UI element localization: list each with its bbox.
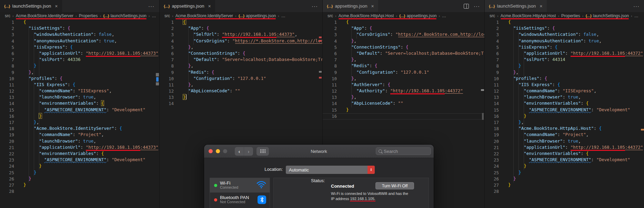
scrollbar-decoration[interactable]: [319, 40, 322, 42]
code-line: }: [0, 170, 159, 176]
code-token: ,: [112, 32, 114, 37]
split-editor-icon[interactable]: [464, 4, 469, 9]
code-token: :: [62, 25, 68, 31]
code-token: :: [591, 107, 596, 112]
dropdown-stepper-icon: ▲▼: [368, 166, 375, 174]
code-line: "ASPNETCORE_ENVIRONMENT": "Development": [485, 157, 644, 163]
code-token: {: [101, 101, 104, 106]
code-line: "launchBrowser": true,: [0, 94, 159, 101]
more-actions-icon[interactable]: ···: [474, 3, 480, 9]
service-row-bluetooth-pan[interactable]: Bluetooth PAN Not Connected: [210, 193, 270, 207]
breadcrumb-more[interactable]: …: [152, 13, 156, 18]
service-row-wifi[interactable]: Wi-Fi Connected: [210, 178, 270, 193]
code-token: ,: [354, 38, 357, 43]
editor-pane-4: {…}launchSettings.json×···src›Acme.BookS…: [484, 0, 644, 208]
breadcrumb-item[interactable]: launchSettings.json: [111, 13, 147, 18]
code-token: "Default": [346, 51, 380, 56]
code-token: }: [183, 94, 186, 100]
code-token: {: [555, 44, 557, 50]
code-token: }: [23, 63, 37, 68]
tab-bar: {…}launchSettings.json×···: [0, 0, 159, 12]
back-button[interactable]: ‹: [235, 147, 244, 156]
breadcrumb-more[interactable]: …: [281, 13, 285, 18]
breadcrumb-item[interactable]: Acme.BookStore.HttpApi.Host: [501, 13, 556, 18]
scrollbar-decoration[interactable]: [481, 89, 484, 91]
scrollbar-decoration[interactable]: [641, 129, 644, 131]
code-token: "Default": [183, 57, 217, 62]
breadcrumb-item[interactable]: src: [328, 13, 333, 18]
search-input[interactable]: Search: [376, 147, 431, 155]
tab-launchSettings.json[interactable]: {…}launchSettings.json×: [0, 0, 62, 12]
code-token: "environmentVariables": [508, 151, 581, 156]
location-dropdown[interactable]: Automatic ▲▼: [286, 166, 375, 174]
tab-label: launchSettings.json: [12, 3, 51, 9]
tab-appsettings.json[interactable]: {…}appsettings.json×: [160, 0, 215, 12]
breadcrumb-item[interactable]: Properties: [79, 13, 98, 18]
forward-button[interactable]: ›: [244, 147, 253, 156]
scrollbar-decoration[interactable]: [482, 113, 484, 120]
code-token: ,: [594, 88, 596, 93]
code-token: }: [183, 44, 191, 50]
code-editor[interactable]: 1234567891011121314151617181920212223242…: [485, 19, 644, 208]
code-token: "environmentVariables": [23, 101, 96, 106]
more-actions-icon[interactable]: ···: [148, 3, 154, 9]
zoom-window-icon[interactable]: [223, 149, 227, 153]
code-line: }: [0, 63, 159, 69]
breadcrumb-item[interactable]: appsettings.json: [407, 13, 437, 18]
breadcrumb-item[interactable]: src: [490, 13, 495, 18]
scrollbar-decoration[interactable]: [156, 77, 159, 82]
breadcrumb: src›Acme.BookStore.IdentityServer›Proper…: [0, 12, 159, 19]
breadcrumb: src›Acme.BookStore.HttpApi.Host›Properti…: [485, 12, 644, 19]
tab-appsettings.json[interactable]: {…}appsettings.json×: [323, 0, 378, 12]
breadcrumb-more[interactable]: …: [634, 13, 638, 18]
scrollbar-decoration[interactable]: [156, 73, 159, 76]
code-token: false: [99, 32, 112, 37]
code-token: "http://192.168.1.105: [571, 51, 625, 57]
code-token: "applicationUrl": [508, 145, 565, 150]
turn-wifi-off-button[interactable]: Turn Wi-Fi Off: [375, 182, 414, 189]
more-actions-icon[interactable]: ···: [633, 3, 640, 9]
code-token: "iisSettings": [23, 25, 62, 31]
close-icon[interactable]: ×: [208, 3, 211, 9]
code-line: "ASPNETCORE_ENVIRONMENT": "Development": [0, 107, 159, 113]
code-token: :: [62, 57, 68, 62]
breadcrumb-item[interactable]: Acme.BookStore.IdentityServer: [175, 13, 233, 18]
minimize-window-icon[interactable]: [216, 149, 220, 153]
tab-launchSettings.json[interactable]: {…}launchSettings.json×: [485, 0, 547, 12]
close-icon[interactable]: ×: [371, 3, 374, 9]
breadcrumb-item[interactable]: Properties: [561, 13, 580, 18]
code-token: :: [65, 44, 70, 50]
scrollbar-decoration[interactable]: [156, 82, 159, 85]
breadcrumb-item[interactable]: src: [164, 13, 170, 18]
code-token: ,: [354, 76, 357, 81]
scrollbar-decoration[interactable]: [319, 71, 322, 73]
code-line: }: [485, 182, 644, 188]
close-icon[interactable]: ×: [55, 3, 58, 9]
breadcrumb-item[interactable]: src: [5, 13, 10, 18]
code-token: ,: [599, 38, 602, 43]
scrollbar-decoration[interactable]: [319, 77, 322, 79]
code-token: "CorsOrigins": [346, 32, 390, 37]
code-editor[interactable]: 1234567891011121314151617181920212223242…: [0, 19, 159, 208]
code-token: :: [78, 94, 83, 100]
more-actions-icon[interactable]: ···: [312, 3, 318, 9]
close-window-icon[interactable]: [209, 149, 213, 153]
breadcrumb-more[interactable]: …: [442, 13, 446, 18]
network-window-titlebar[interactable]: ‹ › Network Search: [204, 145, 434, 158]
scrollbar-decoration[interactable]: [319, 37, 322, 38]
code-token: ,: [354, 57, 357, 62]
close-icon[interactable]: ×: [540, 3, 542, 9]
code-token: ,: [516, 70, 519, 75]
code-token: :: [217, 57, 222, 62]
code-token: true: [568, 94, 578, 100]
tab-label: appsettings.json: [335, 3, 368, 9]
breadcrumb-annotated-section: Acme.BookStore.IdentityServer›{…}appsett…: [175, 13, 276, 18]
breadcrumb-item[interactable]: launchSettings.json: [593, 13, 629, 18]
breadcrumb-item[interactable]: appsettings.json: [246, 13, 276, 18]
code-token: {: [119, 126, 122, 131]
breadcrumb-item[interactable]: Acme.BookStore.IdentityServer: [16, 13, 73, 18]
code-line: "ConnectionStrings": {: [323, 44, 485, 51]
show-all-button[interactable]: [256, 147, 269, 156]
code-token: }: [346, 38, 354, 43]
breadcrumb-item[interactable]: Acme.BookStore.HttpApi.Host: [339, 13, 394, 18]
